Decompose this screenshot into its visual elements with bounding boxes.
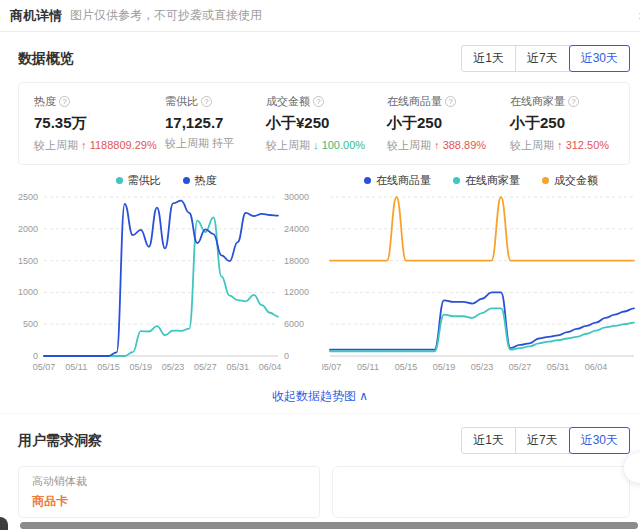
stat-online-merchants: 在线商家量? 小于250 较上周期 ↑ 312.50% [510, 94, 629, 153]
insight-range-tabs: 近1天 近7天 近30天 [462, 427, 630, 454]
stats-card: 热度? 75.35万 较上周期 ↑ 1188809.29% 需供比? 17,12… [18, 82, 630, 165]
stat-heat: 热度? 75.35万 较上周期 ↑ 1188809.29% [34, 94, 165, 153]
stat-value: 17,125.7 [165, 114, 266, 131]
svg-text:6000: 6000 [284, 319, 304, 329]
change-down: ↓ 100.00% [313, 139, 365, 151]
genre-card-label: 高动销体裁 [32, 474, 306, 489]
opportunity-detail-panel: 商机详情 图片仅供参考，不可抄袭或直接使用 × 数据概览 近1天 近7天 近30… [0, 0, 640, 531]
legend-dot-icon [116, 177, 123, 184]
svg-text:05/11: 05/11 [357, 362, 379, 372]
svg-text:18000: 18000 [284, 256, 309, 266]
stat-transaction-amount: 成交金额? 小于¥250 较上周期 ↓ 100.00% [266, 94, 387, 153]
legend-item[interactable]: 在线商品量 [364, 173, 431, 188]
svg-text:1500: 1500 [18, 256, 38, 266]
high-sales-genre-card: 高动销体裁 商品卡 [18, 466, 320, 518]
legend-dot-icon [183, 177, 190, 184]
svg-text:05/07: 05/07 [33, 362, 56, 372]
trend-charts-row: 需供比 热度 005006000100012000150018000200024… [10, 171, 640, 378]
tab-last-7-days[interactable]: 近7天 [515, 45, 570, 72]
compare-prefix: 较上周期 [510, 139, 554, 151]
insight-section-header: 用户需求洞察 近1天 近7天 近30天 [18, 427, 630, 454]
svg-text:0: 0 [33, 351, 38, 361]
info-icon[interactable]: ? [445, 96, 456, 107]
compare-prefix: 较上周期 [387, 139, 431, 151]
genre-card-value[interactable]: 商品卡 [32, 493, 306, 510]
info-icon[interactable]: ? [59, 96, 70, 107]
stat-online-products: 在线商品量? 小于250 较上周期 ↑ 388.89% [387, 94, 510, 153]
genre-cards-row: 高动销体裁 商品卡 [18, 466, 630, 518]
svg-text:05/31: 05/31 [547, 362, 570, 372]
insight-section: 用户需求洞察 近1天 近7天 近30天 高动销体裁 商品卡 价格分布价格带占比指… [0, 413, 640, 531]
stat-label: 在线商品量 [387, 94, 442, 109]
svg-text:2000: 2000 [18, 224, 38, 234]
legend-dot-icon [453, 177, 460, 184]
right-chart-legend: 在线商品量 在线商家量 成交金额 [322, 171, 640, 189]
change-flat: 持平 [212, 137, 234, 149]
stat-label: 成交金额 [266, 94, 310, 109]
empty-card [332, 466, 630, 518]
left-chart-legend: 需供比 热度 [10, 171, 322, 189]
svg-text:06/04: 06/04 [259, 362, 282, 372]
svg-text:1000: 1000 [18, 287, 38, 297]
legend-item[interactable]: 热度 [183, 173, 217, 188]
svg-text:05/19: 05/19 [130, 362, 153, 372]
svg-text:05/23: 05/23 [471, 362, 494, 372]
collapse-trend-link[interactable]: 收起数据趋势图 ∧ [0, 388, 640, 405]
header-bar: 商机详情 图片仅供参考，不可抄袭或直接使用 × [0, 0, 640, 32]
stat-supply-demand-ratio: 需供比? 17,125.7 较上周期 持平 [165, 94, 266, 153]
svg-text:05/15: 05/15 [97, 362, 120, 372]
svg-text:05/27: 05/27 [194, 362, 217, 372]
svg-text:05/31: 05/31 [226, 362, 249, 372]
stat-value: 小于¥250 [266, 114, 387, 133]
svg-text:2500: 2500 [18, 192, 38, 202]
tab-last-1-day[interactable]: 近1天 [461, 45, 516, 72]
svg-text:05/15: 05/15 [395, 362, 418, 372]
stat-label: 需供比 [165, 94, 198, 109]
overview-range-tabs: 近1天 近7天 近30天 [462, 45, 630, 72]
svg-text:05/11: 05/11 [65, 362, 87, 372]
page-title: 商机详情 [10, 7, 62, 25]
overview-section-header: 数据概览 近1天 近7天 近30天 [18, 45, 630, 72]
right-line-chart[interactable]: 05/0705/1105/1505/1905/2305/2705/3106/04 [322, 189, 636, 374]
overview-title: 数据概览 [18, 50, 74, 68]
tab-last-7-days[interactable]: 近7天 [515, 427, 570, 454]
chevron-up-icon: ∧ [359, 389, 368, 403]
compare-prefix: 较上周期 [34, 139, 78, 151]
left-line-chart[interactable]: 0050060001000120001500180002000240002500… [10, 189, 322, 374]
products-merchants-gmv-chart: 在线商品量 在线商家量 成交金额 05/0705/1105/1505/1905/… [322, 171, 640, 378]
svg-text:05/27: 05/27 [509, 362, 532, 372]
legend-dot-icon [364, 177, 371, 184]
supply-demand-heat-chart: 需供比 热度 005006000100012000150018000200024… [10, 171, 322, 378]
tab-last-30-days[interactable]: 近30天 [569, 45, 630, 72]
legend-item[interactable]: 在线商家量 [453, 173, 520, 188]
legend-item[interactable]: 成交金额 [542, 173, 598, 188]
stat-label: 在线商家量 [510, 94, 565, 109]
legend-dot-icon [542, 177, 549, 184]
change-up: ↑ 312.50% [557, 139, 609, 151]
svg-text:30000: 30000 [284, 192, 309, 202]
svg-text:05/07: 05/07 [322, 362, 341, 372]
info-icon[interactable]: ? [313, 96, 324, 107]
legend-item[interactable]: 需供比 [116, 173, 161, 188]
horizontal-scrollbar[interactable] [20, 522, 638, 529]
info-icon[interactable]: ? [568, 96, 579, 107]
insight-title: 用户需求洞察 [18, 432, 102, 450]
compare-prefix: 较上周期 [266, 139, 310, 151]
compare-prefix: 较上周期 [165, 137, 209, 149]
svg-text:05/19: 05/19 [433, 362, 456, 372]
stat-value: 小于250 [387, 114, 510, 133]
tab-last-1-day[interactable]: 近1天 [461, 427, 516, 454]
info-icon[interactable]: ? [201, 96, 212, 107]
svg-text:500: 500 [23, 319, 38, 329]
stat-label: 热度 [34, 94, 56, 109]
svg-text:0: 0 [284, 351, 289, 361]
disclaimer-note: 图片仅供参考，不可抄袭或直接使用 [70, 7, 262, 24]
svg-text:06/04: 06/04 [585, 362, 608, 372]
change-up: ↑ 388.89% [434, 139, 486, 151]
change-up: ↑ 1188809.29% [81, 139, 157, 151]
svg-text:12000: 12000 [284, 287, 309, 297]
svg-text:24000: 24000 [284, 224, 309, 234]
stat-value: 75.35万 [34, 114, 165, 133]
tab-last-30-days[interactable]: 近30天 [569, 427, 630, 454]
stat-value: 小于250 [510, 114, 629, 133]
